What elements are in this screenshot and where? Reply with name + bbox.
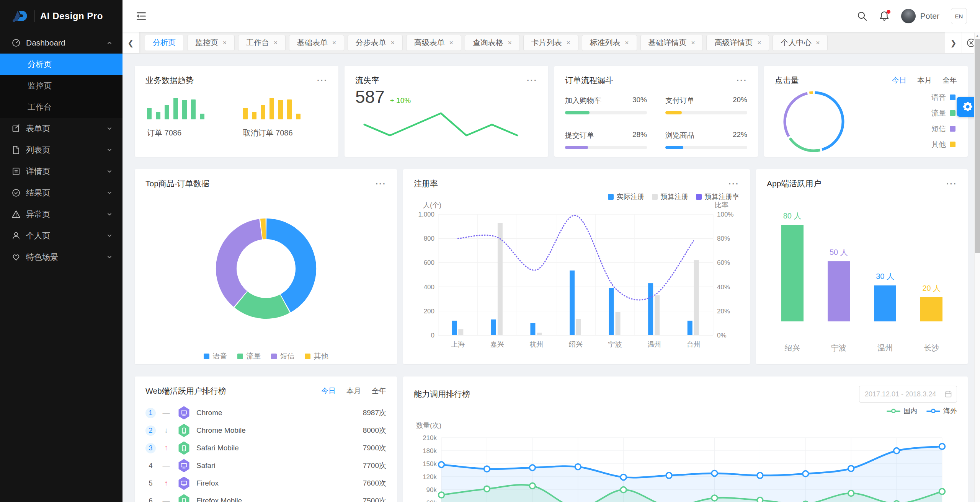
- browser-count: 7600次: [363, 478, 386, 488]
- y-tick-right: 60%: [717, 259, 730, 266]
- tab-高级表单[interactable]: 高级表单×: [406, 35, 461, 51]
- donut-segment-语音: [815, 93, 843, 150]
- card-menu-button[interactable]: ···: [527, 78, 537, 83]
- app-root: AI Design Pro Dashboard分析页监控页工作台表单页列表页详情…: [0, 0, 980, 502]
- filter-今日[interactable]: 今日: [321, 386, 336, 396]
- tab-close-icon[interactable]: ×: [567, 39, 570, 46]
- legend-item-实际注册[interactable]: 实际注册: [608, 192, 644, 201]
- legend-label: 短信: [280, 351, 295, 361]
- page-scrollbar[interactable]: ▲: [974, 33, 980, 502]
- legend-item-语音[interactable]: 语音: [204, 351, 227, 361]
- filter-本月[interactable]: 本月: [346, 386, 361, 396]
- overseas-marker: [757, 473, 763, 478]
- legend-item-海外[interactable]: 海外: [926, 406, 957, 416]
- tab-close-icon[interactable]: ×: [816, 39, 820, 46]
- date-range-input[interactable]: 2017.12.01 - 2018.3.24: [859, 386, 957, 403]
- tab-close-icon[interactable]: ×: [449, 39, 453, 46]
- user-menu[interactable]: Poter: [901, 9, 939, 23]
- header: Poter EN: [122, 0, 980, 32]
- tab-基础详情页[interactable]: 基础详情页×: [640, 35, 703, 51]
- filter-全年[interactable]: 全年: [942, 75, 957, 85]
- legend-label: 实际注册: [617, 192, 644, 201]
- overseas-marker: [803, 471, 808, 477]
- legend-item-预算注册率[interactable]: 预算注册率: [696, 192, 739, 201]
- scrollbar-thumb[interactable]: [975, 39, 980, 253]
- browser-rank-list: 1—Chrome8987次2↓Chrome Mobile8000次3↑Safar…: [145, 404, 386, 502]
- rank-row-Chrome[interactable]: 1—Chrome8987次: [145, 404, 386, 422]
- tabs-scroll-right-button[interactable]: ❯: [945, 32, 962, 53]
- tab-分析页[interactable]: 分析页: [145, 35, 184, 51]
- bar-actual-绍兴: [570, 271, 575, 335]
- tab-卡片列表[interactable]: 卡片列表×: [523, 35, 578, 51]
- line-legend-marker: [926, 409, 940, 413]
- sidebar-item-特色场景[interactable]: 特色场景: [0, 246, 122, 268]
- tab-close-icon[interactable]: ×: [223, 39, 227, 46]
- y-axis-title: 数量(次): [416, 421, 957, 430]
- sidebar-item-异常页[interactable]: 异常页: [0, 204, 122, 225]
- tabs-scroll-left-button[interactable]: ❮: [122, 32, 139, 53]
- sidebar-item-dashboard[interactable]: Dashboard: [0, 32, 122, 54]
- menu-fold-icon[interactable]: [136, 10, 147, 22]
- tab-close-icon[interactable]: ×: [691, 39, 695, 46]
- card-menu-button[interactable]: ···: [946, 182, 957, 186]
- tab-监控页[interactable]: 监控页×: [187, 35, 235, 51]
- card-menu-button[interactable]: ···: [376, 182, 386, 186]
- progress-track: [565, 111, 647, 114]
- tab-标准列表[interactable]: 标准列表×: [582, 35, 637, 51]
- tab-close-icon[interactable]: ×: [508, 39, 512, 46]
- card-menu-button[interactable]: ···: [737, 78, 747, 83]
- chevron-down-icon: [106, 254, 113, 260]
- card-title: 流失率: [355, 75, 379, 86]
- sidebar-item-详情页[interactable]: 详情页: [0, 161, 122, 182]
- rank-row-Safari Mobile[interactable]: 3↑Safari Mobile7900次: [145, 439, 386, 457]
- bell-icon[interactable]: [879, 11, 890, 21]
- sidebar-item-个人页[interactable]: 个人页: [0, 225, 122, 246]
- rank-row-Safari[interactable]: 4—Safari7700次: [145, 457, 386, 474]
- tab-close-icon[interactable]: ×: [332, 39, 336, 46]
- time-filters: 今日本月全年: [321, 386, 386, 396]
- legend-item-预算注册[interactable]: 预算注册: [652, 192, 688, 201]
- tab-close-icon[interactable]: ×: [274, 39, 278, 46]
- churn-value: 587: [355, 86, 385, 107]
- ability-legend: 国内海外: [414, 406, 957, 416]
- sidebar-item-结果页[interactable]: 结果页: [0, 182, 122, 204]
- logo[interactable]: AI Design Pro: [0, 0, 122, 32]
- rank-row-Firefox[interactable]: 5↑Firefox7600次: [145, 474, 386, 492]
- tab-工作台[interactable]: 工作台×: [238, 35, 286, 51]
- sidebar-item-表单页[interactable]: 表单页: [0, 118, 122, 139]
- tab-查询表格[interactable]: 查询表格×: [465, 35, 520, 51]
- rank-row-Chrome Mobile[interactable]: 2↓Chrome Mobile8000次: [145, 422, 386, 439]
- legend-item-流量[interactable]: 流量: [931, 108, 956, 118]
- legend-item-短信[interactable]: 短信: [931, 124, 956, 134]
- sidebar-item-列表页[interactable]: 列表页: [0, 139, 122, 161]
- tab-基础表单[interactable]: 基础表单×: [289, 35, 344, 51]
- card-menu-button[interactable]: ···: [317, 78, 328, 83]
- card-menu-button[interactable]: ···: [728, 182, 739, 186]
- legend-item-国内[interactable]: 国内: [887, 406, 917, 416]
- legend-item-其他[interactable]: 其他: [305, 351, 328, 361]
- scroll-up-arrow[interactable]: ▲: [975, 33, 980, 39]
- rank-row-Firefox Mobile[interactable]: 6—Firefox Mobile7500次: [145, 492, 386, 502]
- tab-close-icon[interactable]: ×: [625, 39, 629, 46]
- tab-分步表单[interactable]: 分步表单×: [348, 35, 403, 51]
- tab-close-icon[interactable]: ×: [757, 39, 761, 46]
- funnel-percent: 30%: [632, 96, 647, 106]
- filter-今日[interactable]: 今日: [892, 75, 906, 85]
- sidebar-subitem-工作台[interactable]: 工作台: [0, 96, 122, 118]
- filter-本月[interactable]: 本月: [917, 75, 932, 85]
- tab-高级详情页[interactable]: 高级详情页×: [706, 35, 769, 51]
- sidebar-subitem-分析页[interactable]: 分析页: [0, 54, 122, 75]
- x-label-绍兴: 绍兴: [569, 341, 583, 348]
- legend-item-其他[interactable]: 其他: [931, 140, 956, 150]
- language-button[interactable]: EN: [951, 8, 967, 24]
- filter-全年[interactable]: 全年: [372, 386, 386, 396]
- legend-item-语音[interactable]: 语音: [931, 93, 956, 103]
- legend-item-流量[interactable]: 流量: [237, 351, 261, 361]
- search-icon[interactable]: [857, 11, 867, 21]
- browser-count: 7700次: [363, 461, 386, 471]
- tab-个人中心[interactable]: 个人中心×: [773, 35, 828, 51]
- legend-item-短信[interactable]: 短信: [271, 351, 295, 361]
- tab-close-icon[interactable]: ×: [391, 39, 395, 46]
- sidebar-subitem-监控页[interactable]: 监控页: [0, 75, 122, 96]
- x-label: 宁波: [831, 343, 846, 353]
